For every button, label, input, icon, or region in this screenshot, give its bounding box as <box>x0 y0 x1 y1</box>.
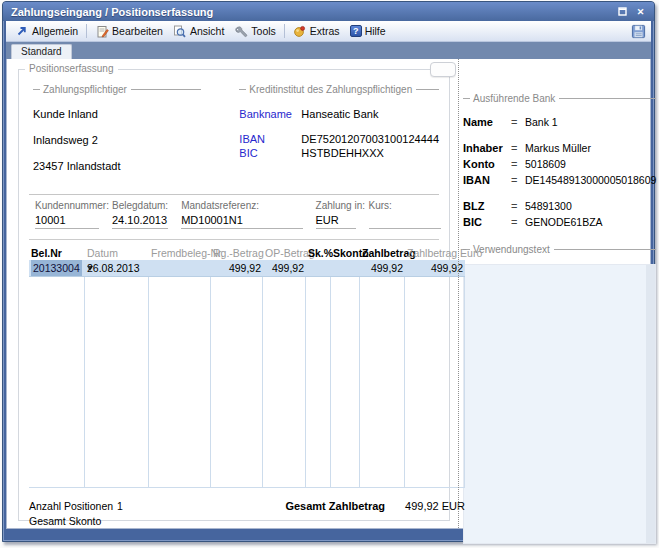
bank-iban-label: IBAN <box>463 174 511 186</box>
credit-group-title: Kreditinstitut des Zahlungspflichtigen <box>249 84 412 95</box>
tab-strip: Standard <box>6 42 651 59</box>
menu-extras[interactable]: Extras <box>288 23 345 39</box>
extras-gem-icon <box>293 24 307 38</box>
bank-name-value: Bank 1 <box>525 116 656 128</box>
group-rule <box>416 89 439 90</box>
menu-hilfe[interactable]: ? Hilfe <box>345 24 391 38</box>
cell-fremdbeleg[interactable] <box>149 260 211 276</box>
gesamt-skonto-row: Gesamt Skonto <box>29 515 123 527</box>
anzahl-positionen-value: 1 <box>117 500 123 512</box>
bic-label: BIC <box>239 147 301 159</box>
bank-blz-row: BLZ = 54891300 <box>463 200 656 212</box>
menu-tools[interactable]: Tools <box>229 23 281 39</box>
iban-label: IBAN <box>239 133 301 145</box>
bank-inhaber-label: Inhaber <box>463 142 511 154</box>
menu-label-allgemein: Allgemein <box>32 25 78 37</box>
column-header-fremdbeleg: Fremdbeleg-Nr. <box>149 246 211 260</box>
payer-group-title: Zahlungspflichtiger <box>43 84 127 95</box>
bic-value: HSTBDEHHXXX <box>301 147 384 159</box>
group-rule <box>554 249 657 250</box>
close-button[interactable]: ✕ <box>633 5 648 18</box>
column-header-belnr: Bel.Nr <box>29 246 85 260</box>
bank-blz-label: BLZ <box>463 200 511 212</box>
bank-konto-value: 5018609 <box>525 158 656 170</box>
menu-label-bearbeiten: Bearbeiten <box>112 25 163 37</box>
kurs-field: Kurs: <box>369 200 441 229</box>
cell-op-betrag[interactable]: 499,92 <box>263 260 306 276</box>
group-rule <box>131 89 201 90</box>
kurs-label: Kurs: <box>369 200 441 211</box>
magnifier-icon <box>173 24 187 38</box>
right-panel: Ausführende Bank Name = Bank 1 Inhaber =… <box>454 59 659 528</box>
bic-row: BIC HSTBDEHHXXX <box>239 147 439 159</box>
payer-name: Kunde Inland <box>33 108 201 120</box>
anzahl-positionen-row: Anzahl Positionen 1 <box>29 500 123 512</box>
bank-bic-label: BIC <box>463 216 511 228</box>
panel-collapse-handle[interactable] <box>430 62 456 77</box>
menu-bearbeiten[interactable]: Bearbeiten <box>90 23 168 39</box>
zahlung-in-field: Zahlung in: EUR <box>316 200 356 229</box>
cell-skonto[interactable] <box>331 260 360 276</box>
cell-zahlbetrag[interactable]: 499,92 <box>360 260 405 276</box>
kundennummer-input[interactable]: 10001 <box>35 214 99 229</box>
column-header-sk-prozent: Sk.% <box>306 246 331 260</box>
bank-name-row: Name = Bank 1 <box>463 116 656 128</box>
wrench-icon <box>234 24 248 38</box>
menu-label-extras: Extras <box>310 25 340 37</box>
app-window: Zahlungseingang / Positionserfassung ✕ A… <box>2 1 655 542</box>
credit-group-head: Kreditinstitut des Zahlungspflichtigen <box>239 84 439 95</box>
belegdatum-input[interactable]: 24.10.2013 <box>112 214 168 229</box>
menu-label-tools: Tools <box>251 25 276 37</box>
equals-sign: = <box>511 174 525 186</box>
restore-icon <box>618 7 627 16</box>
column-header-op-betrag: OP-Betrag <box>263 246 306 260</box>
gesamt-zahlbetrag-label: Gesamt Zahlbetrag <box>285 500 385 512</box>
payer-city: 23457 Inlandstadt <box>33 160 201 172</box>
kurs-input[interactable] <box>369 214 441 229</box>
restore-button[interactable] <box>615 5 630 18</box>
payer-group-head: Zahlungspflichtiger <box>33 84 201 95</box>
bank-iban-row: IBAN = DE14548913000005018609 <box>463 174 656 186</box>
table-header-row: Bel.Nr Datum Fremdbeleg-Nr. Rg.-Betrag O… <box>29 246 465 260</box>
column-header-zahlbetrag-euro: Zahlbetrag Euro <box>405 246 465 260</box>
bank-blz-value: 54891300 <box>525 200 656 212</box>
save-button[interactable] <box>629 22 647 40</box>
equals-sign: = <box>511 142 525 154</box>
belnr-value[interactable]: 20133004 <box>31 260 82 276</box>
belegdatum-label: Belegdatum: <box>112 200 168 211</box>
menu-separator <box>86 24 87 38</box>
cell-datum[interactable]: 26.08.2013 <box>85 260 149 276</box>
window-title: Zahlungseingang / Positionserfassung <box>11 6 612 18</box>
cell-sk-prozent[interactable] <box>306 260 331 276</box>
tab-standard[interactable]: Standard <box>11 44 72 59</box>
payer-group: Zahlungspflichtiger Kunde Inland Inlands… <box>33 84 201 172</box>
bank-bic-value: GENODE61BZA <box>525 216 656 228</box>
cell-rg-betrag[interactable]: 499,92 <box>211 260 263 276</box>
menu-label-hilfe: Hilfe <box>365 25 386 37</box>
column-header-datum: Datum <box>85 246 149 260</box>
zahlung-in-input[interactable]: EUR <box>316 214 356 229</box>
menu-allgemein[interactable]: Allgemein <box>10 23 83 39</box>
positionserfassung-group: Positionserfassung Zahlungspflichtiger K… <box>18 69 450 521</box>
menu-label-ansicht: Ansicht <box>190 25 224 37</box>
bankname-value: Hanseatic Bank <box>301 108 378 120</box>
equals-sign: = <box>511 116 525 128</box>
menu-ansicht[interactable]: Ansicht <box>168 23 229 39</box>
kundennummer-field: Kundennummer: 10001 <box>35 200 99 229</box>
gesamt-zahlbetrag-value: 499,92 EUR <box>405 500 465 512</box>
mandatsreferenz-input[interactable]: MD10001N1 <box>181 214 302 229</box>
iban-row: IBAN DE75201207003100124444 <box>239 133 439 145</box>
cell-zahlbetrag-euro[interactable]: 499,92 <box>405 260 465 276</box>
cell-belnr[interactable]: 20133004 <box>29 260 85 276</box>
verwendungstext-area[interactable] <box>463 264 656 544</box>
payer-institute-row: Zahlungspflichtiger Kunde Inland Inlands… <box>27 84 441 172</box>
gesamt-zahlbetrag-row: Gesamt Zahlbetrag 499,92 EUR <box>285 500 465 512</box>
left-panel: Positionserfassung Zahlungspflichtiger K… <box>7 59 454 528</box>
anzahl-positionen-label: Anzahl Positionen <box>29 500 117 512</box>
arrow-up-right-icon <box>15 24 29 38</box>
title-bar: Zahlungseingang / Positionserfassung ✕ <box>3 2 654 21</box>
bank-name-label: Name <box>463 116 511 128</box>
bankname-row: Bankname Hanseatic Bank <box>239 108 439 120</box>
kundennummer-label: Kundennummer: <box>35 200 99 211</box>
bank-inhaber-value: Markus Müller <box>525 142 656 154</box>
